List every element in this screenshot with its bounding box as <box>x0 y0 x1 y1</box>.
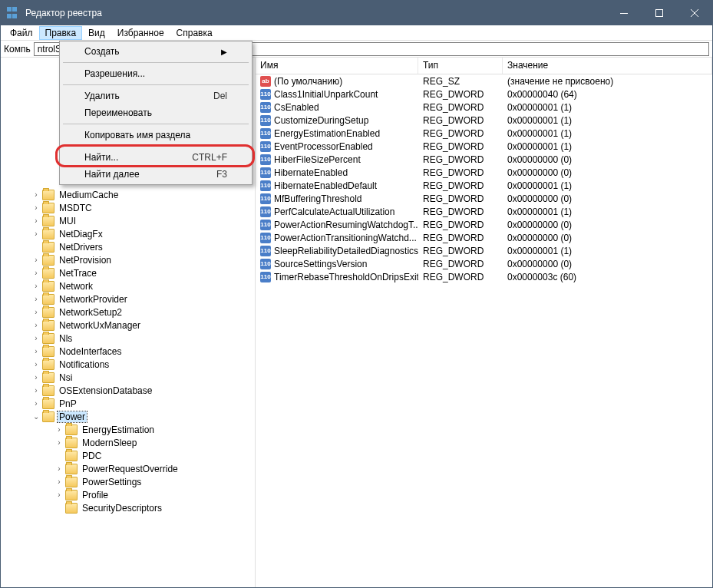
tree-node[interactable]: ›NetTrace <box>1 266 255 279</box>
cell-name: 110EventProcessorEnabled <box>256 141 418 152</box>
list-row[interactable]: 110HibernateEnabledDefaultREG_DWORD0x000… <box>256 179 712 192</box>
list-row[interactable]: 110EventProcessorEnabledREG_DWORD0x00000… <box>256 140 712 153</box>
chevron-right-icon[interactable]: › <box>31 334 41 343</box>
col-header-value[interactable]: Значение <box>503 58 712 74</box>
tree-node[interactable]: ›PnP <box>1 397 255 410</box>
list-row[interactable]: 110MfBufferingThresholdREG_DWORD0x000000… <box>256 192 712 205</box>
menu-item[interactable]: Копировать имя раздела <box>61 127 250 144</box>
folder-icon <box>42 346 54 357</box>
cell-type: REG_DWORD <box>418 154 503 165</box>
tree-node[interactable]: ›Network <box>1 279 255 292</box>
chevron-right-icon[interactable]: › <box>31 373 41 382</box>
tree-node[interactable]: ›NetworkProvider <box>1 292 255 306</box>
menu-item[interactable]: Найти...CTRL+F <box>61 149 250 166</box>
chevron-right-icon[interactable]: › <box>31 216 41 226</box>
chevron-right-icon[interactable]: › <box>31 230 41 239</box>
list-row[interactable]: 110CsEnabledREG_DWORD0x00000001 (1) <box>256 101 712 114</box>
cell-type: REG_DWORD <box>418 167 503 178</box>
tree-node[interactable]: ›Nls <box>1 332 255 345</box>
tree-node[interactable]: ›NetworkSetup2 <box>1 306 255 319</box>
chevron-right-icon[interactable]: › <box>31 295 41 304</box>
col-header-type[interactable]: Тип <box>418 58 503 74</box>
chevron-right-icon[interactable]: › <box>31 386 41 395</box>
chevron-right-icon[interactable]: › <box>31 269 41 278</box>
chevron-right-icon[interactable]: › <box>31 190 41 200</box>
tree-node[interactable]: ›MediumCache <box>1 188 255 201</box>
reg-dword-icon: 110 <box>260 220 271 230</box>
list-row[interactable]: 110SourceSettingsVersionREG_DWORD0x00000… <box>256 257 712 270</box>
reg-dword-icon: 110 <box>260 89 271 100</box>
menu-справка[interactable]: Справка <box>170 26 219 40</box>
list-row[interactable]: 110HibernateEnabledREG_DWORD0x00000000 (… <box>256 166 712 179</box>
chevron-right-icon[interactable]: › <box>31 308 41 317</box>
chevron-right-icon[interactable]: › <box>54 425 64 434</box>
menu-item[interactable]: УдалитьDel <box>61 88 250 104</box>
chevron-right-icon[interactable]: › <box>54 438 64 448</box>
menu-избранное[interactable]: Избранное <box>111 26 170 40</box>
tree-node[interactable]: PDC <box>1 449 255 462</box>
tree-node[interactable]: ›ModernSleep <box>1 436 255 449</box>
list-row[interactable]: 110PowerActionTransitioningWatchd...REG_… <box>256 231 712 244</box>
tree-node-label: ModernSleep <box>81 438 138 448</box>
chevron-right-icon[interactable]: › <box>31 321 41 330</box>
col-header-name[interactable]: Имя <box>256 58 418 74</box>
menu-item[interactable]: Разрешения... <box>61 65 250 82</box>
chevron-right-icon[interactable]: › <box>31 399 41 408</box>
menu-item[interactable]: Создать▶ <box>61 43 250 60</box>
menu-вид[interactable]: Вид <box>82 26 111 40</box>
tree-node[interactable]: ›Profile <box>1 488 255 501</box>
menu-правка[interactable]: Правка <box>39 26 83 40</box>
cell-name: ab(По умолчанию) <box>256 76 418 87</box>
maximize-button[interactable] <box>642 1 677 25</box>
tree-node[interactable]: ›MUI <box>1 214 255 227</box>
chevron-right-icon[interactable]: › <box>31 360 41 369</box>
folder-icon <box>42 398 54 409</box>
tree-node[interactable]: ›Nsi <box>1 371 255 384</box>
tree-node[interactable]: SecurityDescriptors <box>1 501 255 514</box>
tree-node[interactable]: ⌄Power <box>1 410 255 423</box>
list-row[interactable]: 110PowerActionResumingWatchdogT...REG_DW… <box>256 218 712 231</box>
folder-icon <box>42 307 54 318</box>
cell-type: REG_DWORD <box>418 259 503 269</box>
chevron-right-icon[interactable]: › <box>54 477 64 487</box>
tree-node[interactable]: ›OSExtensionDatabase <box>1 384 255 397</box>
list-row[interactable]: ab(По умолчанию)REG_SZ(значение не присв… <box>256 74 712 88</box>
tree-node[interactable]: ›NetProvision <box>1 253 255 266</box>
menu-separator <box>63 84 249 85</box>
list-row[interactable]: 110TimerRebaseThresholdOnDripsExitREG_DW… <box>256 270 712 283</box>
tree-node[interactable]: NetDrivers <box>1 240 255 253</box>
chevron-right-icon[interactable]: › <box>54 464 64 474</box>
svg-rect-1 <box>656 10 663 17</box>
list-row[interactable]: 110HiberFileSizePercentREG_DWORD0x000000… <box>256 153 712 166</box>
list-row[interactable]: 110CustomizeDuringSetupREG_DWORD0x000000… <box>256 114 712 127</box>
list-row[interactable]: 110EnergyEstimationEnabledREG_DWORD0x000… <box>256 127 712 140</box>
minimize-button[interactable] <box>606 1 642 25</box>
cell-type: REG_DWORD <box>418 220 503 230</box>
list-row[interactable]: 110PerfCalculateActualUtilizationREG_DWO… <box>256 205 712 218</box>
chevron-right-icon[interactable]: › <box>54 491 64 500</box>
list-pane[interactable]: Имя Тип Значение ab(По умолчанию)REG_SZ(… <box>256 58 712 587</box>
chevron-down-icon[interactable]: ⌄ <box>31 412 41 421</box>
tree-node[interactable]: ›NetDiagFx <box>1 227 255 240</box>
cell-type: REG_SZ <box>418 76 503 87</box>
tree-node[interactable]: ›PowerSettings <box>1 475 255 488</box>
close-button[interactable] <box>677 1 712 25</box>
tree-node[interactable]: ›PowerRequestOverride <box>1 462 255 475</box>
tree-node[interactable]: ›EnergyEstimation <box>1 423 255 436</box>
menu-item[interactable]: Найти далееF3 <box>61 166 250 183</box>
tree-node-label: MediumCache <box>58 190 120 200</box>
tree-node[interactable]: ›NodeInterfaces <box>1 345 255 358</box>
list-row[interactable]: 110SleepReliabilityDetailedDiagnosticsRE… <box>256 244 712 257</box>
list-row[interactable]: 110Class1InitialUnparkCountREG_DWORD0x00… <box>256 88 712 101</box>
cell-value: 0x00000000 (0) <box>503 233 712 243</box>
chevron-right-icon[interactable]: › <box>31 203 41 213</box>
menu-item[interactable]: Переименовать <box>61 104 250 121</box>
chevron-right-icon[interactable]: › <box>31 256 41 265</box>
tree-node[interactable]: ›Notifications <box>1 358 255 371</box>
reg-dword-icon: 110 <box>260 180 271 191</box>
tree-node[interactable]: ›NetworkUxManager <box>1 319 255 332</box>
chevron-right-icon[interactable]: › <box>31 347 41 356</box>
tree-node[interactable]: ›MSDTC <box>1 201 255 214</box>
chevron-right-icon[interactable]: › <box>31 282 41 291</box>
menu-файл[interactable]: Файл <box>4 26 39 40</box>
